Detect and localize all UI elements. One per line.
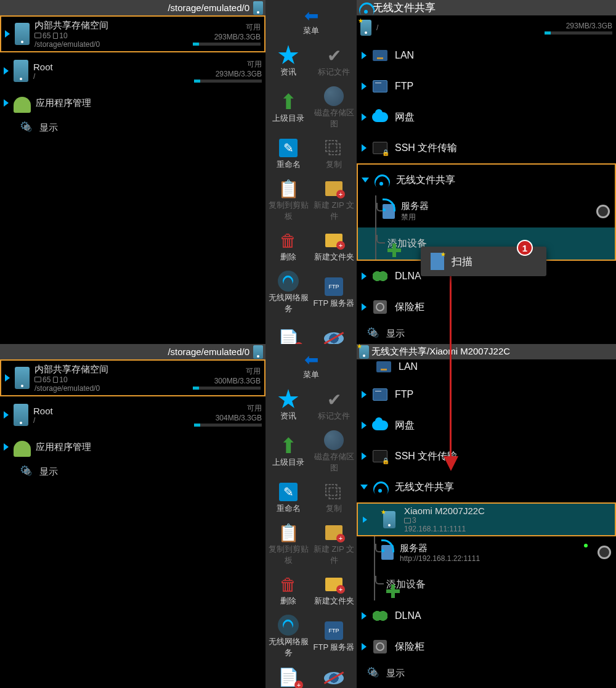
ftp-server-button[interactable]: FTP 服务器 [311,266,357,318]
expand-icon[interactable] [4,67,9,75]
lan-item[interactable]: LAN [357,359,616,379]
avail-label: 可用 [193,22,261,33]
rename-button[interactable]: 重命名 [265,133,311,174]
server-item[interactable]: 服务器禁用 [358,195,615,227]
copy-button[interactable]: ⿻复制 [311,477,357,518]
lan-item[interactable]: LAN [357,40,616,71]
expand-icon[interactable] [5,30,10,38]
android-icon [14,94,31,112]
up-dir-button[interactable]: ⬆上级目录 [265,81,311,133]
display-settings[interactable]: 显示 [357,662,616,684]
safe-item[interactable]: 保险柜 [357,631,616,662]
cloud-item[interactable]: 网盘 [357,102,616,133]
safe-item[interactable]: 保险柜 [357,292,616,322]
storage-internal[interactable]: 内部共享存储空间 65 10 /storage/emulated/0 可用 29… [0,15,265,52]
hide-show-button[interactable]: 显示隐藏文件 [311,662,357,688]
copy-icon: ⿻ [323,137,345,159]
phone-star-icon [360,20,371,36]
delete-button[interactable]: 🗑删除 [265,570,311,610]
ssh-item[interactable]: SSH 文件传输 [357,441,616,472]
new-zip-button[interactable]: 新建 ZIP 文件 [311,518,357,570]
expand-icon[interactable] [4,443,9,451]
size-label: 293MB/3.3GB [193,33,261,41]
path-header[interactable]: /storage/emulated/0 [0,344,265,359]
disk-view-button[interactable]: 磁盘存储区图 [311,81,357,133]
copy-button[interactable]: ⿻复制 [311,133,357,174]
rename-button[interactable]: 重命名 [265,477,311,518]
expand-icon[interactable] [362,178,369,182]
cloud-icon [371,110,389,125]
cloud-item[interactable]: 网盘 [357,410,616,441]
app-management[interactable]: 应用程序管理 [0,433,265,461]
up-dir-button[interactable]: ⬆上级目录 [265,425,311,477]
clipboard-button[interactable]: 📋复制到剪贴板 [265,518,311,570]
expand-icon[interactable] [362,144,367,152]
ftp-server-button[interactable]: FTP 服务器 [311,610,357,662]
wifi-share-item[interactable]: 无线文件共享 [358,165,615,195]
storage-root[interactable]: Root / 可用 304MB/3.3GB [0,396,265,433]
wifi-icon [359,2,373,14]
expand-icon[interactable] [4,411,9,419]
delete-button[interactable]: 🗑删除 [265,226,311,266]
app-management[interactable]: 应用程序管理 [0,89,265,117]
ftp-item[interactable]: FTP [357,379,616,410]
storage-bar [194,424,262,427]
expand-icon[interactable] [362,453,367,460]
expand-icon[interactable] [362,83,367,90]
scan-label: 扫描 [452,255,472,269]
dlna-item[interactable]: DLNA [357,600,616,631]
add-device-item[interactable]: 添加设备 [357,568,616,600]
path-header[interactable]: /storage/emulated/0 [0,0,265,15]
mark-files-button[interactable]: ✔标记文件 [311,385,357,425]
expand-icon[interactable] [360,485,368,489]
display-settings[interactable]: 显示 [0,117,265,139]
radio-toggle[interactable] [596,205,610,218]
new-zip-button[interactable]: 新建 ZIP 文件 [311,174,357,226]
wifi-service-button[interactable]: 无线网络服务 [265,266,311,318]
info-button[interactable]: 资讯 [265,41,311,81]
storage-bar [193,43,261,46]
server-item[interactable]: 服务器http://192.168.1.22:1111 [357,536,616,568]
expand-icon[interactable] [5,374,10,382]
wifi-header[interactable]: 无线文件共享 [357,0,616,15]
info-button[interactable]: 资讯 [265,385,311,425]
new-folder-button[interactable]: 新建文件夹 [311,570,357,610]
expand-icon[interactable] [362,272,367,280]
display-settings[interactable]: 显示 [357,322,616,345]
storage-internal[interactable]: 内部共享存储空间 65 10 /storage/emulated/0 可用 30… [0,359,265,396]
back-arrow-icon: ⬅ [300,4,322,27]
expand-icon[interactable] [4,99,9,107]
expand-icon[interactable] [362,303,367,311]
expand-icon[interactable] [362,643,367,650]
expand-icon[interactable] [362,52,367,59]
menu-back[interactable]: ⬅ 菜单 [265,344,357,385]
ssh-item[interactable]: SSH 文件传输 [357,133,616,163]
expand-icon[interactable] [363,517,367,523]
new-file-button[interactable]: 📄新建文本 [265,662,311,688]
expand-icon[interactable] [362,422,367,429]
expand-icon[interactable] [362,612,367,620]
wifi-header[interactable]: 无线文件共享/Xiaomi M2007J22C [357,344,616,359]
ftp-icon [323,620,345,642]
up-arrow-icon: ⬆ [277,435,299,457]
expand-icon[interactable] [362,113,367,121]
menu-label: 菜单 [303,25,319,36]
root-storage[interactable]: / 293MB/3.3GB [357,15,616,40]
menu-back[interactable]: ⬅ 菜单 [265,0,357,41]
radio-toggle[interactable] [598,546,611,559]
storage-root[interactable]: Root / 可用 293MB/3.3GB [0,52,265,89]
display-settings[interactable]: 显示 [0,461,265,483]
tree-branch [374,568,383,600]
wifi-share-item[interactable]: 无线文件共享 [357,472,616,502]
size-label: 304MB/3.3GB [194,414,262,422]
expand-icon[interactable] [362,391,367,398]
new-folder-button[interactable]: 新建文件夹 [311,226,357,266]
disk-view-button[interactable]: 磁盘存储区图 [311,425,357,477]
clipboard-button[interactable]: 📋复制到剪贴板 [265,174,311,226]
wifi-service-button[interactable]: 无线网络服务 [265,610,311,662]
mark-files-button[interactable]: ✔标记文件 [311,41,357,81]
eye-slash-icon [323,667,345,689]
xiaomi-device[interactable]: Xiaomi M2007J22C 3 192.168.1.11:1111 [357,502,616,536]
ftp-item[interactable]: FTP [357,71,616,102]
globe-icon [323,429,345,451]
